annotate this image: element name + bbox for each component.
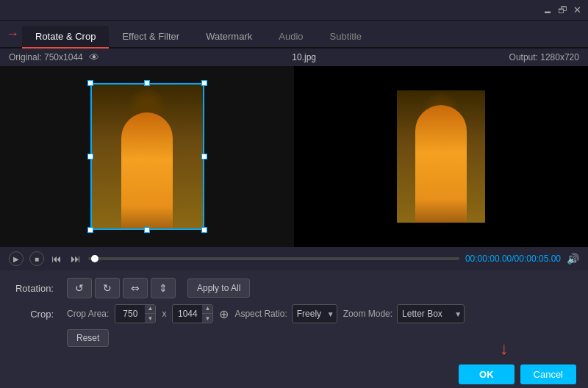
aspect-ratio-wrapper: Freely 16:9 4:3 1:1 9:16 ▼ bbox=[292, 304, 337, 323]
tab-arrow-indicator: → bbox=[6, 26, 19, 42]
preview-area: Original: 750x1044 👁 10.jpg Output: 1280… bbox=[0, 48, 588, 247]
crop-handle-tm[interactable] bbox=[144, 80, 150, 86]
apply-to-all-button[interactable]: Apply to All bbox=[187, 279, 250, 298]
rotation-row: Rotation: ↺ ↻ ⇔ ⇕ Apply to All bbox=[12, 278, 576, 298]
original-size-label: Original: 750x1044 bbox=[9, 52, 83, 62]
title-bar: 🗕 🗗 ✕ bbox=[0, 0, 588, 21]
crop-subrow: Crop Area: ▲ ▼ x ▲ ▼ ⊕ Aspect Ratio: bbox=[67, 304, 465, 323]
ok-button[interactable]: OK bbox=[459, 364, 514, 384]
crop-height-spinner: ▲ ▼ bbox=[202, 304, 212, 323]
rotation-buttons: ↺ ↻ ⇔ ⇕ bbox=[67, 278, 176, 298]
tab-subtitle[interactable]: Subtitle bbox=[317, 26, 375, 48]
reset-button[interactable]: Reset bbox=[67, 329, 109, 347]
volume-icon[interactable]: 🔊 bbox=[567, 253, 579, 265]
flip-vertical-button[interactable]: ⇕ bbox=[151, 278, 176, 298]
rotation-label: Rotation: bbox=[12, 283, 60, 294]
crop-container[interactable] bbox=[90, 83, 204, 230]
aspect-ratio-select[interactable]: Freely 16:9 4:3 1:1 9:16 bbox=[292, 304, 337, 323]
prev-frame-button[interactable]: ⏮ bbox=[50, 251, 63, 266]
crop-width-spinner: ▲ ▼ bbox=[145, 304, 155, 323]
crop-handle-tr[interactable] bbox=[201, 80, 207, 86]
crop-handle-ml[interactable] bbox=[87, 154, 93, 159]
progress-indicator[interactable] bbox=[91, 255, 98, 262]
aspect-ratio-label: Aspect Ratio: bbox=[234, 309, 287, 319]
zoom-mode-container: Zoom Mode: Letter Box Pan & Scan Full ▼ bbox=[343, 304, 465, 323]
cancel-button[interactable]: Cancel bbox=[520, 364, 576, 384]
filename-label: 10.jpg bbox=[292, 52, 316, 62]
zoom-mode-wrapper: Letter Box Pan & Scan Full ▼ bbox=[397, 304, 465, 323]
source-image bbox=[90, 83, 204, 230]
zoom-mode-select[interactable]: Letter Box Pan & Scan Full bbox=[397, 304, 465, 323]
crop-handle-tl[interactable] bbox=[87, 80, 93, 86]
eye-icon[interactable]: 👁 bbox=[89, 51, 99, 63]
video-panel-left bbox=[0, 66, 294, 247]
crop-width-down[interactable]: ▼ bbox=[145, 314, 155, 323]
video-panel-right bbox=[294, 66, 588, 247]
tab-watermark[interactable]: Watermark bbox=[193, 26, 265, 48]
preview-person bbox=[415, 105, 467, 223]
crop-handle-mr[interactable] bbox=[201, 154, 207, 159]
play-button[interactable]: ▶ bbox=[9, 251, 24, 266]
tab-rotate-crop[interactable]: Rotate & Crop bbox=[22, 26, 109, 48]
video-panels bbox=[0, 66, 588, 247]
aspect-ratio-container: Aspect Ratio: Freely 16:9 4:3 1:1 9:16 ▼ bbox=[234, 304, 337, 323]
tab-audio[interactable]: Audio bbox=[265, 26, 316, 48]
zoom-mode-label: Zoom Mode: bbox=[343, 309, 392, 319]
crop-height-down[interactable]: ▼ bbox=[202, 314, 212, 323]
window-controls: 🗕 🗗 ✕ bbox=[542, 5, 582, 15]
rotate-right-button[interactable]: ↻ bbox=[95, 278, 120, 298]
output-preview-image bbox=[397, 90, 485, 223]
time-display: 00:00:00.00/00:00:05.00 bbox=[465, 254, 561, 264]
reset-row: Reset bbox=[12, 329, 576, 347]
crop-handle-bl[interactable] bbox=[87, 227, 93, 233]
output-size-label: Output: 1280x720 bbox=[509, 52, 579, 62]
progress-bar[interactable] bbox=[88, 257, 459, 260]
close-button[interactable]: ✕ bbox=[572, 5, 582, 15]
crop-handle-bm[interactable] bbox=[144, 227, 150, 233]
playback-bar: ▶ ■ ⏮ ⏭ 00:00:00.00/00:00:05.00 🔊 bbox=[0, 247, 588, 270]
minimize-button[interactable]: 🗕 bbox=[542, 5, 553, 15]
bottom-row: ↓ OK Cancel bbox=[0, 360, 588, 388]
tab-bar: → Rotate & Crop Effect & Filter Watermar… bbox=[0, 21, 588, 48]
tab-effect-filter[interactable]: Effect & Filter bbox=[109, 26, 193, 48]
crop-width-up[interactable]: ▲ bbox=[145, 304, 155, 314]
stop-button[interactable]: ■ bbox=[29, 251, 44, 266]
crop-row: Crop: Crop Area: ▲ ▼ x ▲ ▼ ⊕ Aspect Rat bbox=[12, 304, 576, 323]
preview-info-left: Original: 750x1044 👁 bbox=[9, 51, 99, 63]
ok-arrow-indicator: ↓ bbox=[500, 338, 509, 359]
crop-handle-br[interactable] bbox=[201, 227, 207, 233]
crop-label: Crop: bbox=[12, 309, 60, 320]
crop-height-input-container[interactable]: ▲ ▼ bbox=[172, 304, 213, 323]
crop-width-input-container[interactable]: ▲ ▼ bbox=[115, 304, 156, 323]
rotate-left-button[interactable]: ↺ bbox=[67, 278, 92, 298]
person-silhouette bbox=[121, 112, 173, 230]
expand-crop-icon[interactable]: ⊕ bbox=[219, 307, 229, 321]
next-frame-button[interactable]: ⏭ bbox=[69, 251, 82, 266]
preview-info-bar: Original: 750x1044 👁 10.jpg Output: 1280… bbox=[0, 48, 588, 66]
maximize-button[interactable]: 🗗 bbox=[557, 5, 567, 15]
crop-width-input[interactable] bbox=[115, 309, 145, 319]
x-separator: x bbox=[162, 309, 166, 319]
flip-horizontal-button[interactable]: ⇔ bbox=[123, 278, 148, 298]
crop-area-label: Crop Area: bbox=[67, 309, 109, 319]
crop-height-up[interactable]: ▲ bbox=[202, 304, 212, 314]
crop-height-input[interactable] bbox=[173, 309, 202, 319]
